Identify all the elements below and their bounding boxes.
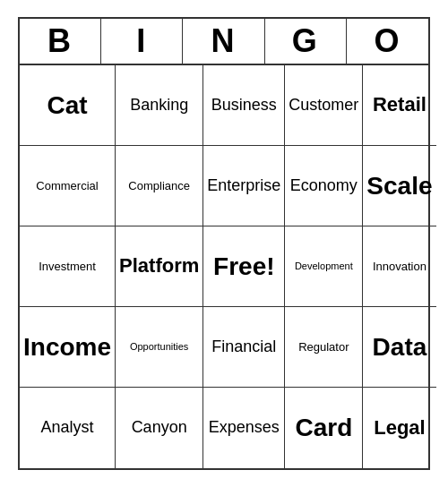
cell-text: Compliance [128,179,190,193]
bingo-cell: Banking [116,65,203,146]
cell-text: Enterprise [207,176,280,196]
bingo-card: BINGO CatBankingBusinessCustomerRetailCo… [18,17,430,470]
bingo-cell: Expenses [203,388,285,468]
header-letter: B [20,19,101,64]
cell-text: Card [295,413,352,443]
bingo-cell: Canyon [116,388,203,468]
bingo-cell: Commercial [20,146,116,226]
cell-text: Analyst [41,418,94,438]
cell-text: Opportunities [130,341,188,353]
cell-text: Scale [366,171,432,201]
bingo-cell: Innovation [363,226,435,307]
bingo-cell: Income [20,307,116,388]
bingo-cell: Economy [285,146,363,226]
bingo-grid: CatBankingBusinessCustomerRetailCommerci… [20,65,428,468]
bingo-cell: Analyst [20,388,116,468]
cell-text: Development [295,261,353,272]
bingo-cell: Financial [203,307,285,388]
bingo-cell: Platform [116,226,203,307]
bingo-cell: Retail [363,65,435,146]
cell-text: Platform [119,254,199,278]
cell-text: Financial [211,337,276,357]
bingo-cell: Data [363,307,435,388]
bingo-cell: Enterprise [203,146,285,226]
cell-text: Banking [130,96,188,115]
bingo-cell: Scale [363,146,435,226]
cell-text: Innovation [373,260,426,274]
cell-text: Retail [373,93,426,116]
cell-text: Data [373,332,427,363]
bingo-cell: Regulator [285,307,363,388]
bingo-cell: Legal [363,388,435,468]
cell-text: Customer [289,96,358,115]
cell-text: Commercial [36,179,98,193]
bingo-header: BINGO [20,19,428,65]
cell-text: Canyon [132,418,187,438]
cell-text: Regulator [298,340,349,355]
cell-text: Investment [39,260,96,274]
bingo-cell: Card [285,388,363,468]
bingo-cell: Customer [285,65,363,146]
bingo-cell: Investment [20,226,116,307]
cell-text: Income [23,332,111,363]
cell-text: Expenses [209,418,280,438]
header-letter: O [347,19,428,64]
bingo-cell: Free! [203,226,285,307]
header-letter: G [265,19,347,64]
bingo-cell: Opportunities [116,307,203,388]
bingo-cell: Cat [20,65,116,146]
cell-text: Cat [47,90,87,121]
bingo-cell: Business [203,65,285,146]
cell-text: Business [211,96,277,115]
bingo-cell: Compliance [116,146,203,226]
header-letter: I [101,19,183,64]
cell-text: Economy [290,176,358,196]
cell-text: Free! [213,252,274,282]
header-letter: N [183,19,264,64]
bingo-cell: Development [285,226,363,307]
cell-text: Legal [374,416,425,440]
